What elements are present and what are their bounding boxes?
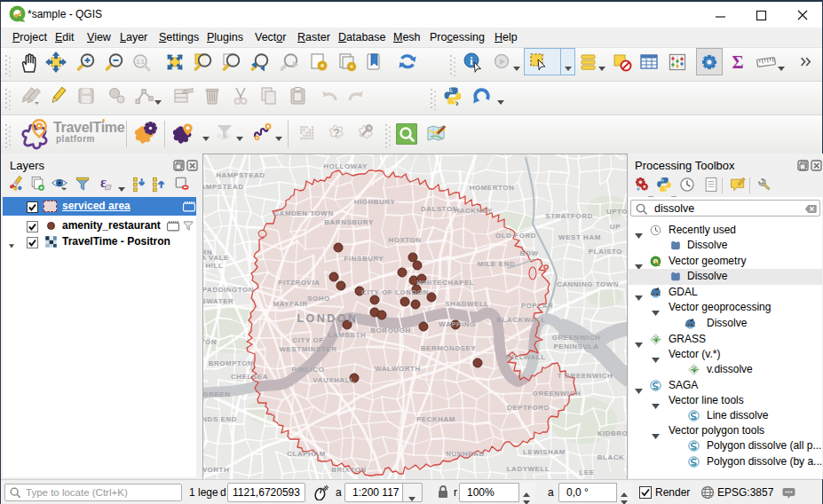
svg-text:M GREEN: M GREEN bbox=[203, 390, 231, 398]
svg-text:AMPSTEAD: AMPSTEAD bbox=[203, 183, 244, 191]
svg-text:HOXTON: HOXTON bbox=[388, 236, 421, 244]
svg-text:MILLWALL: MILLWALL bbox=[505, 353, 545, 361]
svg-text:?: ? bbox=[333, 126, 340, 139]
svg-text:ANDS END: ANDS END bbox=[203, 415, 237, 423]
svg-text:HOMERTON: HOMERTON bbox=[470, 184, 515, 192]
svg-text:NUNHEAD: NUNHEAD bbox=[446, 450, 485, 458]
svg-text:1:1: 1:1 bbox=[136, 59, 144, 65]
svg-text:LAMBETH: LAMBETH bbox=[328, 331, 367, 339]
svg-text:STRATFORD: STRATFORD bbox=[545, 212, 592, 220]
svg-text:GDAL: GDAL bbox=[685, 323, 696, 327]
svg-text:SOHO: SOHO bbox=[307, 295, 330, 303]
svg-text:CITY OF LONDON: CITY OF LONDON bbox=[361, 288, 429, 296]
svg-text:PIMLICO: PIMLICO bbox=[291, 366, 324, 374]
svg-text:CLAPHAM: CLAPHAM bbox=[287, 450, 326, 458]
svg-text:T GREENWICH: T GREENWICH bbox=[558, 372, 613, 380]
svg-text:TON: TON bbox=[203, 338, 217, 346]
svg-text:PADDINGTON: PADDINGTON bbox=[203, 286, 254, 294]
svg-text:BROMPTON: BROMPTON bbox=[209, 359, 254, 367]
svg-text:YSWATER: YSWATER bbox=[203, 297, 233, 305]
svg-text:A HILL: A HILL bbox=[203, 262, 223, 270]
svg-text:BLACKWALL: BLACKWALL bbox=[496, 316, 545, 324]
svg-text:PECKHAM: PECKHAM bbox=[416, 415, 455, 423]
svg-text:PENINSULA: PENINSULA bbox=[554, 343, 599, 350]
svg-text:DEPTFORD: DEPTFORD bbox=[507, 404, 550, 412]
svg-text:CITY OF: CITY OF bbox=[292, 336, 323, 344]
svg-text:MAYFAIR: MAYFAIR bbox=[273, 300, 308, 308]
svg-text:GREENWICH: GREENWICH bbox=[533, 390, 582, 398]
svg-text:GDAL: GDAL bbox=[651, 292, 661, 296]
svg-text:BERMONDSEY: BERMONDSEY bbox=[421, 344, 477, 352]
svg-text:WAPPING: WAPPING bbox=[439, 320, 475, 328]
svg-text:BARNSBURY: BARNSBURY bbox=[324, 218, 374, 226]
svg-text:CAMDEN TOWN: CAMDEN TOWN bbox=[273, 209, 333, 217]
svg-text:VAUXHALL: VAUXHALL bbox=[313, 376, 354, 384]
svg-text:WESTMINSTER: WESTMINSTER bbox=[280, 345, 337, 353]
svg-text:BRIXTON: BRIXTON bbox=[331, 466, 367, 474]
svg-text:WEST HAM: WEST HAM bbox=[558, 233, 601, 241]
svg-text:HACKNEY: HACKNEY bbox=[454, 207, 492, 215]
svg-text:POPLAR: POPLAR bbox=[521, 302, 553, 310]
svg-text:WALWORTH: WALWORTH bbox=[375, 365, 421, 373]
svg-text:CHELSEA: CHELSEA bbox=[231, 373, 268, 381]
svg-text:FITZROVIA: FITZROVIA bbox=[278, 279, 320, 287]
svg-text:HAMPSTEAD: HAMPSTEAD bbox=[216, 171, 265, 179]
svg-text:DALSTON: DALSTON bbox=[421, 205, 458, 213]
svg-text:HOLLOWAY: HOLLOWAY bbox=[323, 162, 368, 170]
svg-text:SWORTH: SWORTH bbox=[203, 466, 229, 474]
svg-text:FINSBURY: FINSBURY bbox=[344, 255, 384, 263]
svg-text:LEWISHAM: LEWISHAM bbox=[523, 448, 566, 456]
svg-text:LADYWELL: LADYWELL bbox=[507, 465, 550, 473]
svg-text:PLAISTO: PLAISTO bbox=[589, 248, 622, 256]
svg-text:LEE: LEE bbox=[579, 469, 594, 476]
svg-text:UP: UP bbox=[610, 223, 621, 231]
svg-text:UPTO: UPTO bbox=[606, 208, 627, 216]
svg-text:KIDBRO: KIDBRO bbox=[597, 429, 627, 437]
svg-text:GREENWICH: GREENWICH bbox=[552, 334, 601, 342]
svg-text:BOW: BOW bbox=[519, 249, 538, 257]
svg-text:OLD FORD: OLD FORD bbox=[495, 232, 536, 240]
svg-text:BOROUGH: BOROUGH bbox=[370, 327, 410, 335]
svg-text:BLACK: BLACK bbox=[597, 453, 625, 461]
svg-text:HIGHBURY: HIGHBURY bbox=[354, 198, 396, 206]
svg-text:SHADWELL: SHADWELL bbox=[445, 300, 489, 308]
svg-text:WHITECHAPEL: WHITECHAPEL bbox=[417, 279, 474, 287]
svg-text:RN: RN bbox=[203, 248, 212, 256]
svg-text:LONDON: LONDON bbox=[297, 312, 358, 325]
svg-text:MILE END: MILE END bbox=[478, 260, 516, 268]
svg-text:Σ: Σ bbox=[732, 52, 743, 72]
svg-text:CANNING TOWN: CANNING TOWN bbox=[557, 280, 619, 288]
